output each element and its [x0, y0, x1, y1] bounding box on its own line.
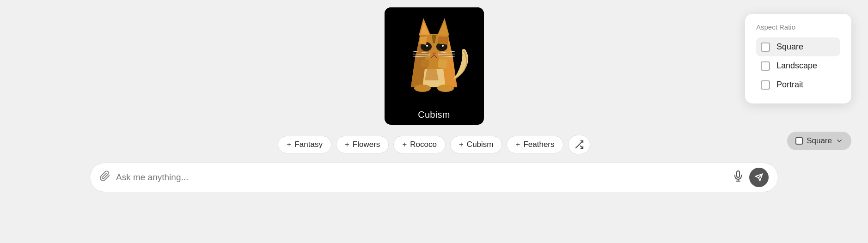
svg-marker-32: [425, 69, 439, 80]
attach-icon[interactable]: [99, 170, 110, 184]
svg-point-19: [440, 44, 444, 49]
chip-flowers[interactable]: + Flowers: [336, 136, 389, 153]
aspect-ratio-btn-label: Square: [807, 136, 832, 146]
aspect-checkbox-landscape: [761, 61, 770, 71]
chips-row: + Fantasy + Flowers + Rococo + Cubism + …: [278, 135, 590, 154]
chip-feathers[interactable]: + Feathers: [507, 136, 563, 153]
plus-icon-fantasy: +: [287, 140, 291, 149]
input-bar: [90, 163, 778, 192]
aspect-ratio-button[interactable]: Square: [787, 132, 851, 150]
svg-point-16: [426, 45, 428, 47]
chat-input[interactable]: [116, 172, 727, 182]
plus-icon-rococo: +: [402, 140, 407, 149]
aspect-label-portrait: Portrait: [776, 80, 803, 90]
chip-label-cubism: Cubism: [467, 140, 494, 149]
aspect-checkbox-portrait: [761, 80, 770, 90]
aspect-option-portrait[interactable]: Portrait: [756, 75, 840, 94]
chip-rococo[interactable]: + Rococo: [393, 136, 446, 153]
aspect-ratio-btn-checkbox: [795, 137, 803, 145]
chip-label-flowers: Flowers: [353, 140, 380, 149]
aspect-ratio-panel: Aspect Ratio Square Landscape Portrait: [745, 14, 851, 103]
chip-label-fantasy: Fantasy: [294, 140, 322, 149]
send-icon: [755, 173, 763, 182]
shuffle-button[interactable]: [568, 135, 590, 154]
aspect-label-landscape: Landscape: [776, 61, 817, 71]
chip-fantasy[interactable]: + Fantasy: [278, 136, 331, 153]
cat-image-svg: [385, 9, 483, 106]
chip-cubism[interactable]: + Cubism: [450, 136, 502, 153]
cat-label: Cubism: [418, 109, 450, 120]
svg-point-30: [414, 85, 431, 92]
plus-icon-feathers: +: [515, 140, 520, 149]
svg-point-15: [424, 44, 428, 49]
aspect-option-square[interactable]: Square: [756, 37, 840, 56]
aspect-label-square: Square: [776, 42, 803, 52]
cat-image-area: [385, 7, 484, 107]
chevron-down-icon: [836, 137, 843, 145]
send-button[interactable]: [749, 168, 769, 187]
chip-label-feathers: Feathers: [523, 140, 554, 149]
main-container: Cubism + Fantasy + Flowers + Rococo + Cu…: [0, 0, 868, 243]
aspect-ratio-title: Aspect Ratio: [756, 23, 840, 31]
cat-card: Cubism: [385, 7, 484, 125]
aspect-option-landscape[interactable]: Landscape: [756, 56, 840, 75]
svg-marker-34: [438, 60, 447, 68]
svg-point-31: [437, 85, 454, 92]
svg-point-20: [442, 45, 444, 47]
mic-icon[interactable]: [733, 170, 744, 184]
shuffle-icon: [574, 140, 584, 150]
svg-marker-36: [437, 36, 449, 45]
plus-icon-flowers: +: [345, 140, 349, 149]
plus-icon-cubism: +: [459, 140, 464, 149]
aspect-checkbox-square: [761, 43, 770, 52]
svg-marker-33: [421, 60, 429, 68]
chip-label-rococo: Rococo: [410, 140, 437, 149]
svg-marker-35: [419, 36, 427, 45]
